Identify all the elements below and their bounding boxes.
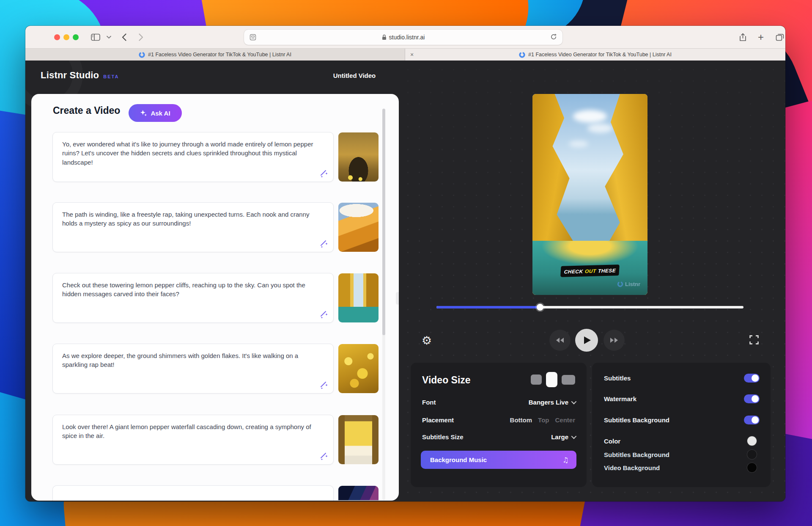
cloud-decoration — [587, 124, 613, 133]
tab-title: #1 Faceless Video Generator for TikTok &… — [528, 52, 672, 58]
subtitles-background-toggle-label: Subtitles Background — [604, 416, 669, 424]
scene-thumbnail-dunes[interactable] — [338, 203, 379, 252]
background-music-button[interactable]: Background Music ♫ — [421, 451, 576, 469]
subtitles-size-dropdown[interactable]: Large — [551, 433, 575, 441]
document-title[interactable]: Untitled Video — [316, 72, 392, 79]
magic-wand-icon[interactable] — [319, 169, 328, 178]
chevron-down-icon — [571, 433, 577, 439]
browser-toolbar: studio.listnr.ai + — [25, 26, 785, 49]
sidebar-chevron-down-icon[interactable] — [107, 36, 111, 39]
scene-thumbnail-waterfall[interactable] — [338, 415, 379, 464]
script-card[interactable]: As we explore deeper, the ground shimmer… — [52, 344, 334, 394]
video-background-color-label: Video Background — [604, 464, 660, 471]
back-button-icon[interactable] — [122, 33, 126, 41]
window-minimize-button[interactable] — [63, 34, 69, 40]
share-icon[interactable] — [739, 33, 746, 41]
magic-wand-icon[interactable] — [319, 452, 328, 460]
brand-name: Listnr Studio — [41, 70, 99, 81]
placement-option-center[interactable]: Center — [555, 416, 575, 424]
scrollbar-thumb[interactable] — [382, 109, 385, 335]
address-bar[interactable]: studio.listnr.ai — [244, 30, 562, 45]
subtitles-toggle[interactable] — [744, 374, 760, 383]
subtitles-background-color-label: Subtitles Background — [604, 451, 669, 458]
scene-thumbnail-flakes[interactable] — [338, 344, 379, 393]
script-text[interactable]: The path is winding, like a freestyle ra… — [62, 210, 316, 228]
video-preview[interactable]: CHECK OUT THESE Listnr — [532, 94, 647, 295]
window-zoom-button[interactable] — [73, 34, 79, 40]
color-label: Color — [604, 438, 620, 445]
forward-button-icon[interactable] — [139, 33, 143, 41]
tab-close-icon[interactable]: × — [410, 52, 414, 58]
aspect-ratio-square-button[interactable] — [531, 375, 542, 385]
scene-thumbnail-ruins[interactable] — [338, 132, 379, 182]
listnr-watermark-icon — [617, 281, 623, 287]
listnr-favicon — [519, 52, 525, 58]
subtitle-color-swatch[interactable] — [747, 436, 757, 446]
address-domain: studio.listnr.ai — [389, 34, 425, 41]
video-background-color-swatch[interactable] — [747, 463, 757, 472]
app-brand: Listnr Studio BETA — [41, 70, 119, 81]
scene-thumbnail-night[interactable] — [338, 486, 379, 500]
script-card[interactable]: Yo, ever wondered what it's like to jour… — [52, 132, 334, 182]
subtitles-size-label: Subtitles Size — [422, 433, 464, 441]
skip-forward-button[interactable] — [604, 330, 625, 351]
music-note-icon: ♫ — [562, 456, 569, 464]
subtitle-word: THESE — [598, 267, 616, 274]
cloud-decoration — [573, 110, 607, 123]
reload-icon[interactable] — [550, 33, 557, 41]
script-text[interactable]: Yo, ever wondered what it's like to jour… — [62, 140, 316, 167]
magic-wand-icon[interactable] — [319, 381, 328, 389]
toggle-knob — [752, 416, 759, 424]
listnr-favicon — [139, 52, 145, 58]
scene-thumbnail-canyon[interactable] — [338, 273, 379, 322]
video-size-title: Video Size — [422, 375, 471, 386]
font-dropdown[interactable]: Bangers Live — [529, 399, 575, 406]
create-video-panel: Create a Video Ask AI Yo, ever wondered … — [31, 94, 399, 501]
script-text[interactable]: As we explore deeper, the ground shimmer… — [62, 351, 316, 369]
magic-wand-icon[interactable] — [319, 240, 328, 248]
watermark-toggle[interactable] — [744, 394, 760, 403]
script-card-partial[interactable] — [52, 485, 334, 501]
new-tab-icon[interactable]: + — [758, 31, 764, 43]
sidebar-toggle-icon[interactable] — [91, 33, 100, 41]
placement-option-top[interactable]: Top — [538, 416, 549, 424]
script-card[interactable]: The path is winding, like a freestyle ra… — [52, 202, 334, 252]
tab-overview-icon[interactable] — [776, 33, 784, 41]
subtitles-background-toggle[interactable] — [744, 416, 760, 424]
aspect-ratio-portrait-button-selected[interactable] — [546, 372, 557, 387]
video-size-panel: Video Size Font Bangers Live Placement B… — [411, 363, 587, 487]
subtitles-background-color-swatch[interactable] — [747, 450, 757, 459]
subtitles-panel: Subtitles Watermark Subtitles Background… — [592, 363, 771, 487]
beta-badge: BETA — [103, 74, 119, 79]
seek-thumb[interactable] — [537, 304, 543, 311]
subtitle-word: CHECK — [564, 268, 583, 275]
subtitle-overlay: CHECK OUT THESE — [560, 264, 620, 277]
magic-wand-icon[interactable] — [319, 310, 328, 319]
ask-ai-label: Ask AI — [151, 110, 170, 117]
script-text[interactable]: Look over there! A giant lemon pepper wa… — [62, 422, 316, 441]
play-button[interactable] — [575, 329, 598, 352]
fullscreen-icon[interactable] — [749, 335, 759, 345]
aspect-ratio-landscape-button[interactable] — [562, 375, 575, 385]
subtitles-toggle-label: Subtitles — [604, 375, 631, 382]
settings-gear-icon[interactable]: ⚙ — [420, 334, 433, 347]
page-proxy-icon[interactable] — [249, 33, 257, 41]
scrollbar-track[interactable] — [382, 108, 385, 500]
tab-faceless-video-generator-1[interactable]: #1 Faceless Video Generator for TikTok &… — [25, 49, 405, 61]
window-close-button[interactable] — [54, 34, 60, 40]
plus-glyph: + — [758, 31, 764, 43]
tab-faceless-video-generator-2[interactable]: × #1 Faceless Video Generator for TikTok… — [405, 49, 785, 61]
chevron-down-icon — [571, 399, 577, 404]
panel-title: Create a Video — [53, 105, 120, 116]
safari-window: studio.listnr.ai + #1 Faceless Video Gen… — [25, 26, 785, 501]
preview-stage: CHECK OUT THESE Listnr ⚙ — [399, 61, 785, 501]
toggle-knob — [752, 375, 759, 382]
placement-option-bottom[interactable]: Bottom — [510, 416, 532, 424]
skip-back-button[interactable] — [549, 330, 571, 351]
seek-slider[interactable] — [436, 306, 743, 308]
script-text[interactable]: Check out these towering lemon pepper cl… — [62, 281, 316, 299]
script-card[interactable]: Look over there! A giant lemon pepper wa… — [52, 415, 334, 465]
ask-ai-button[interactable]: Ask AI — [129, 104, 182, 122]
script-card[interactable]: Check out these towering lemon pepper cl… — [52, 273, 334, 323]
toggle-knob — [752, 395, 759, 402]
